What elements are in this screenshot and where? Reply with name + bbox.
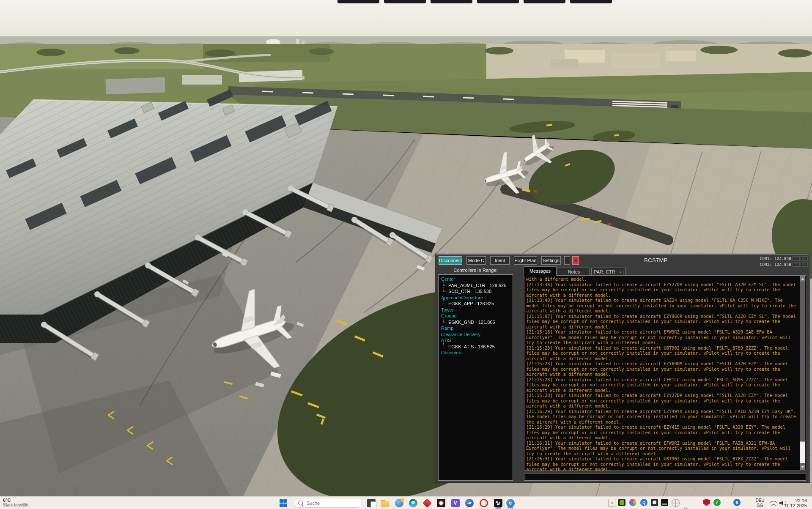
scrollbar-thumb[interactable]	[800, 441, 805, 463]
tab-notes[interactable]: Notes	[558, 268, 590, 276]
plant-tray-icon[interactable]	[682, 506, 689, 509]
log-message: [21:15:28] Your simulator failed to crea…	[526, 393, 797, 409]
vatsim-icon	[465, 499, 474, 507]
meter-app-tray-icon[interactable]	[661, 499, 668, 506]
edge-browser-icon	[409, 499, 417, 507]
controller-station[interactable]: EGKK_APP - 126.825	[439, 301, 512, 307]
com2-rx-button[interactable]: RX	[801, 262, 808, 267]
log-message: with a different model.	[526, 276, 797, 282]
taskbar-app-red-diamond[interactable]	[421, 498, 433, 509]
msfs-toolbar-tab[interactable]	[570, 0, 612, 3]
web-globe-tray-icon[interactable]	[672, 499, 680, 507]
controller-category[interactable]: ATIS	[439, 337, 512, 344]
controller-station[interactable]: SCO_CTR - 135.530	[439, 288, 512, 295]
controller-category[interactable]: Tower	[439, 307, 512, 313]
disconnect-button[interactable]: Disconnect	[439, 256, 462, 265]
text-caret	[526, 475, 526, 479]
tab-messages[interactable]: Messages	[524, 266, 557, 276]
log-message: [21:13:40] Your simulator failed to crea…	[526, 298, 797, 314]
com1-radio: COM1: 124.850	[760, 256, 791, 261]
q-app-tray-icon[interactable]: Q	[640, 499, 647, 506]
ident-button[interactable]: Ident	[490, 256, 510, 265]
log-message: [21:16:29] Your simulator failed to crea…	[526, 424, 797, 441]
opera-icon	[480, 499, 488, 507]
minimize-button[interactable]: -	[564, 256, 570, 265]
tab-par-ctr[interactable]: PAR_CTR×	[591, 268, 626, 276]
vpilot-window: Disconnect Mode C Ident Flight Plan Sett…	[436, 254, 809, 482]
taskbar-app-red-ring[interactable]	[435, 498, 447, 509]
taskbar-app-task-view[interactable]	[365, 498, 377, 509]
search-icon	[298, 501, 303, 505]
running-indicator	[508, 507, 513, 508]
language-indicator[interactable]: DEU SG	[754, 498, 765, 508]
green-check-tray-icon[interactable]: ✓	[713, 499, 721, 506]
nvidia-tray-icon[interactable]	[618, 499, 625, 506]
scroll-down-icon[interactable]	[800, 465, 805, 470]
search-input[interactable]	[306, 500, 354, 506]
msfs-toolbar-tab[interactable]	[431, 0, 472, 3]
photo-app-tray-icon[interactable]	[651, 499, 658, 506]
controller-category[interactable]: Approach/Departure	[439, 295, 512, 301]
message-input[interactable]	[524, 473, 806, 480]
close-button[interactable]: X	[572, 256, 579, 265]
controller-category[interactable]: Center	[439, 276, 512, 282]
log-message: [21:13:38] Your simulator failed to crea…	[526, 282, 797, 298]
taskbar-app-edge[interactable]	[407, 498, 419, 509]
messages-scrollbar[interactable]	[800, 276, 805, 470]
vpilot-icon: v	[506, 499, 515, 507]
mcafee-shield-tray-icon[interactable]	[703, 499, 710, 506]
mode-c-button[interactable]: Mode C	[466, 256, 486, 265]
clock[interactable]: 22:16 11.12.2025	[784, 498, 807, 508]
controller-category[interactable]: Observers	[439, 350, 512, 356]
log-message: [21:16:29] Your simulator failed to crea…	[526, 409, 797, 425]
window-title: BCS7MP	[614, 257, 698, 263]
controllers-tree[interactable]: Center PAR_AOML_CTR - 129.625 SCO_CTR - …	[438, 274, 513, 481]
controller-category[interactable]: Ramp	[439, 325, 512, 331]
v-app-icon: V	[451, 499, 460, 507]
controller-category[interactable]: Clearance Delivery	[439, 331, 512, 338]
com1-tx-button[interactable]: TX	[793, 256, 800, 261]
taskbar-app-copilot[interactable]	[393, 498, 405, 509]
log-message: [21:15:23] Your simulator failed to crea…	[526, 361, 797, 377]
document-tray-icon[interactable]: ≡	[608, 499, 616, 507]
msfs-toolbar-tab[interactable]	[477, 0, 519, 3]
weather-condition: Stark bewölkt	[3, 503, 28, 508]
color-wheel-tray-icon[interactable]	[629, 499, 636, 506]
taskbar: 6°C Stark bewölkt V v ≡ Q ✓ B	[0, 496, 812, 509]
taskbar-app-flight-simulator[interactable]	[492, 498, 504, 509]
clock-time: 22:16	[784, 498, 807, 503]
log-message: [21:16:31] Your simulator failed to crea…	[526, 441, 797, 457]
controller-station[interactable]: PAR_AOML_CTR - 129.625	[439, 282, 512, 289]
start-button[interactable]	[277, 498, 289, 509]
controller-station[interactable]: EGKK_ATIS - 136.525	[439, 344, 512, 350]
controllers-header: Controllers In Range:	[438, 268, 513, 273]
taskbar-app-file-explorer[interactable]	[379, 498, 391, 509]
controller-category[interactable]: Ground	[439, 313, 512, 319]
desktop: Disconnect Mode C Ident Flight Plan Sett…	[0, 0, 812, 509]
msfs-toolbar-tab[interactable]	[524, 0, 565, 3]
log-message: [21:15:28] Your simulator failed to crea…	[526, 377, 797, 393]
msfs-toolbar-tab[interactable]	[337, 0, 379, 3]
settings-button[interactable]: Settings	[541, 256, 561, 265]
clock-date: 11.12.2025	[784, 503, 807, 508]
wifi-icon[interactable]	[770, 500, 777, 506]
flight-plan-button[interactable]: Flight Plan	[514, 256, 537, 265]
msfs-toolbar-tab[interactable]	[384, 0, 426, 3]
message-log: with a different model. [21:13:38] Your …	[526, 276, 797, 471]
task-view-icon	[367, 499, 376, 507]
taskbar-app-opera[interactable]	[478, 498, 489, 509]
taskbar-app-vatsim[interactable]	[464, 498, 475, 509]
log-message: [21:15:07] Your simulator failed to crea…	[526, 314, 797, 330]
com2-radio: COM2: 124.850	[760, 262, 791, 267]
controller-station[interactable]: EGKK_GND - 121.805	[439, 319, 512, 326]
search-box[interactable]	[294, 498, 362, 508]
taskbar-app-vpilot[interactable]: v	[505, 498, 516, 509]
tab-close-icon[interactable]: ×	[618, 270, 623, 275]
weather-widget[interactable]: 6°C Stark bewölkt	[3, 498, 28, 508]
scroll-up-icon[interactable]	[800, 276, 805, 282]
bluetooth-tray-icon[interactable]: B	[733, 499, 741, 506]
taskbar-app-v[interactable]: V	[450, 498, 461, 509]
copilot-icon	[395, 499, 403, 507]
com1-rx-button[interactable]: RX	[801, 256, 808, 261]
com2-tx-button[interactable]: TX	[793, 262, 800, 267]
